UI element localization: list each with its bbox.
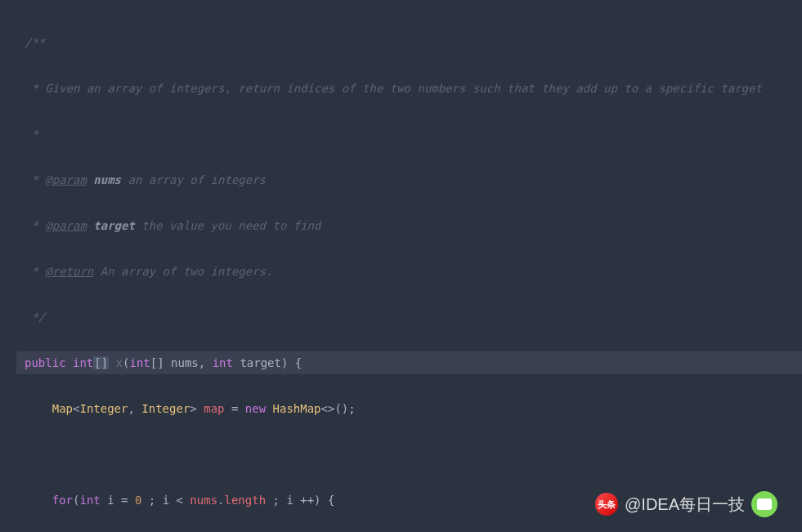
watermark: 头条 @IDEA每日一技 [595,491,777,517]
type-int: int [73,356,93,369]
code-line: * @param nums an array of integers [16,168,802,191]
bracket-highlight: [] [93,356,109,369]
javadoc-end: */ [25,311,45,324]
code-line: /** [16,31,802,54]
keyword-for: for [52,494,73,507]
code-line-current[interactable]: public int[] x(int[] nums, int target) { [16,351,802,374]
code-line: * @return An array of two integers. [16,260,802,283]
type-map: Map [52,402,73,415]
code-line: */ [16,306,802,329]
code-line: Map<Integer, Integer> map = new HashMap<… [16,397,802,420]
keyword-public: public [25,356,66,369]
code-line: * Given an array of integers, return ind… [16,77,802,100]
javadoc-param: * @param target the value you need to fi… [25,219,320,232]
watermark-text: @IDEA每日一技 [625,493,745,516]
method-name-placeholder: x [116,356,123,369]
javadoc-return: * @return An array of two integers. [25,265,272,278]
toutiao-logo-icon: 头条 [595,493,618,516]
code-editor[interactable]: /** * Given an array of integers, return… [0,0,802,532]
javadoc-blank: * [25,127,38,141]
wechat-logo-icon [751,491,777,517]
code-line [16,443,802,466]
code-line: * [16,123,802,145]
javadoc-param: * @param nums an array of integers [25,173,266,186]
code-line: * @param target the value you need to fi… [16,214,802,237]
javadoc-text: * Given an array of integers, return ind… [25,82,762,95]
javadoc-start: /** [25,36,45,49]
